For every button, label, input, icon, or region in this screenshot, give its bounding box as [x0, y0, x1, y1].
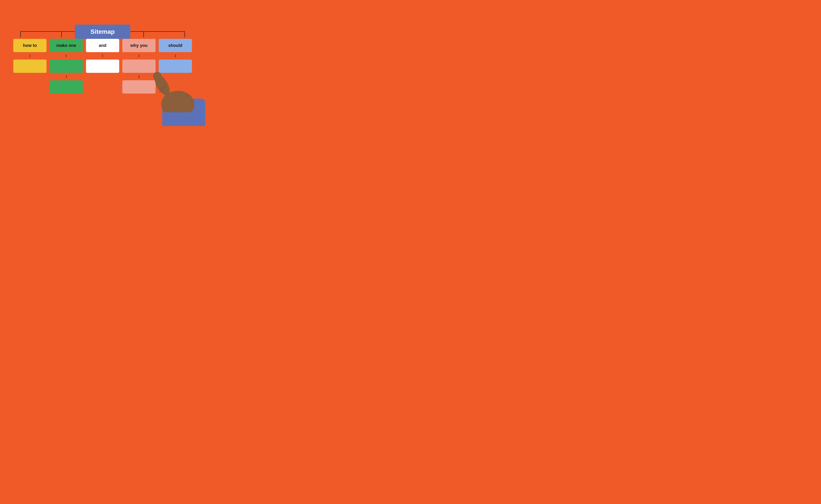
sub-node-make-one-2	[50, 80, 83, 94]
node-why-you-label: why you	[130, 43, 147, 48]
sub-line-7	[175, 54, 175, 57]
sub-line-6	[139, 75, 139, 78]
sub-node-make-one-1	[50, 60, 83, 73]
sub-line-3	[66, 75, 66, 78]
node-should: should	[159, 39, 192, 52]
pointing-hand	[146, 60, 205, 126]
sub-line-1	[30, 54, 30, 57]
sub-node-how-to-1	[13, 60, 46, 73]
sub-line-4	[102, 54, 103, 57]
node-should-label: should	[168, 43, 182, 48]
col-make-one: make one	[48, 39, 84, 94]
sub-line-2	[66, 54, 66, 57]
node-make-one-label: make one	[56, 43, 76, 48]
node-make-one: make one	[50, 39, 83, 52]
sub-node-and-1	[86, 60, 119, 73]
root-label: Sitemap	[90, 28, 115, 35]
node-and-label: and	[99, 43, 106, 48]
node-and: and	[86, 39, 119, 52]
col-how-to: how to	[12, 39, 48, 73]
node-how-to: how to	[13, 39, 46, 52]
node-how-to-label: how to	[23, 43, 37, 48]
root-node: Sitemap	[75, 25, 130, 39]
node-why-you: why you	[122, 39, 155, 52]
sub-line-5	[139, 54, 139, 57]
svg-point-10	[153, 72, 161, 80]
col-and: and	[84, 39, 121, 73]
svg-rect-13	[164, 112, 195, 126]
